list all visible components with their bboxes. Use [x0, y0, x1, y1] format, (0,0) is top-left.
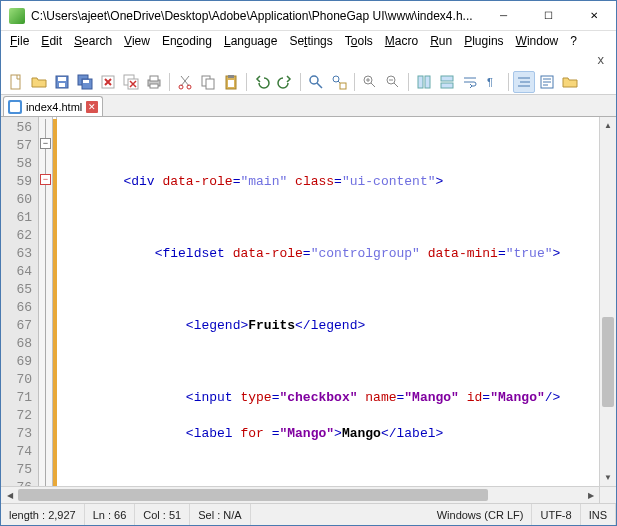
menu-macro[interactable]: Macro	[380, 32, 423, 50]
menu-settings[interactable]: Settings	[284, 32, 337, 50]
fold-gutter: − −	[39, 117, 53, 486]
copy-icon[interactable]	[197, 71, 219, 93]
close-all-icon[interactable]	[120, 71, 142, 93]
save-all-icon[interactable]	[74, 71, 96, 93]
indent-guide-icon[interactable]	[513, 71, 535, 93]
tab-close-icon[interactable]: ✕	[86, 101, 98, 113]
close-button[interactable]: ✕	[571, 1, 616, 30]
svg-rect-26	[425, 76, 430, 88]
code-viewport[interactable]: <div data-role="main" class="ui-content"…	[57, 117, 599, 486]
sync-v-icon[interactable]	[413, 71, 435, 93]
editor: 56575859 60616263 64656667 68697071 7273…	[1, 117, 616, 486]
zoom-out-icon[interactable]	[382, 71, 404, 93]
menu-search[interactable]: Search	[69, 32, 117, 50]
show-all-icon[interactable]: ¶	[482, 71, 504, 93]
menu-tools[interactable]: Tools	[340, 32, 378, 50]
svg-rect-6	[83, 80, 89, 83]
line-gutter: 56575859 60616263 64656667 68697071 7273…	[1, 117, 39, 486]
scroll-right-icon[interactable]: ▶	[582, 487, 599, 503]
svg-rect-18	[228, 75, 234, 78]
func-list-icon[interactable]	[536, 71, 558, 93]
scroll-up-icon[interactable]: ▲	[600, 117, 616, 134]
svg-rect-11	[150, 76, 158, 81]
close-file-icon[interactable]	[97, 71, 119, 93]
save-icon[interactable]	[51, 71, 73, 93]
tabbar: index4.html ✕	[1, 95, 616, 117]
open-file-icon[interactable]	[28, 71, 50, 93]
scroll-left-icon[interactable]: ◀	[1, 487, 18, 503]
menu-language[interactable]: Language	[219, 32, 282, 50]
cut-icon[interactable]	[174, 71, 196, 93]
vertical-scrollbar[interactable]: ▲ ▼	[599, 117, 616, 486]
menu-help[interactable]: ?	[565, 32, 582, 50]
window-controls: ─ ☐ ✕	[481, 1, 616, 30]
hscroll-thumb[interactable]	[18, 489, 488, 501]
fold-box-icon[interactable]: −	[40, 138, 51, 149]
menu-view[interactable]: View	[119, 32, 155, 50]
wrap-icon[interactable]	[459, 71, 481, 93]
menu-window[interactable]: Window	[511, 32, 564, 50]
minimize-button[interactable]: ─	[481, 1, 526, 30]
svg-rect-22	[340, 83, 346, 89]
svg-rect-19	[228, 80, 234, 87]
svg-rect-25	[418, 76, 423, 88]
print-icon[interactable]	[143, 71, 165, 93]
status-length: length : 2,927	[1, 504, 85, 525]
secondary-close-icon[interactable]: x	[598, 52, 605, 67]
menu-plugins[interactable]: Plugins	[459, 32, 508, 50]
menu-run[interactable]: Run	[425, 32, 457, 50]
status-col: Col : 51	[135, 504, 190, 525]
menu-edit[interactable]: Edit	[36, 32, 67, 50]
status-encoding: UTF-8	[532, 504, 580, 525]
status-eol: Windows (CR LF)	[429, 504, 533, 525]
svg-rect-12	[150, 84, 158, 88]
svg-rect-2	[58, 77, 66, 81]
scroll-down-icon[interactable]: ▼	[600, 469, 616, 486]
find-icon[interactable]	[305, 71, 327, 93]
svg-rect-27	[441, 76, 453, 81]
new-file-icon[interactable]	[5, 71, 27, 93]
svg-text:¶: ¶	[487, 76, 493, 88]
window-title: C:\Users\ajeet\OneDrive\Desktop\Adobe\Ap…	[31, 9, 481, 23]
redo-icon[interactable]	[274, 71, 296, 93]
svg-rect-16	[206, 79, 214, 89]
folder-icon[interactable]	[559, 71, 581, 93]
paste-icon[interactable]	[220, 71, 242, 93]
undo-icon[interactable]	[251, 71, 273, 93]
tab-index4[interactable]: index4.html ✕	[3, 96, 103, 116]
horizontal-scrollbar[interactable]: ◀ ▶	[1, 486, 616, 503]
file-icon	[8, 100, 22, 114]
app-icon	[9, 8, 25, 24]
menu-file[interactable]: File	[5, 32, 34, 50]
fold-box-icon[interactable]: −	[40, 174, 51, 185]
status-sel: Sel : N/A	[190, 504, 250, 525]
svg-rect-28	[441, 83, 453, 88]
status-ins: INS	[581, 504, 616, 525]
status-line: Ln : 66	[85, 504, 136, 525]
svg-rect-3	[59, 83, 65, 87]
replace-icon[interactable]	[328, 71, 350, 93]
titlebar: C:\Users\ajeet\OneDrive\Desktop\Adobe\Ap…	[1, 1, 616, 31]
menu-encoding[interactable]: Encoding	[157, 32, 217, 50]
toolbar: ¶	[1, 67, 616, 95]
sync-h-icon[interactable]	[436, 71, 458, 93]
statusbar: length : 2,927 Ln : 66 Col : 51 Sel : N/…	[1, 503, 616, 525]
zoom-in-icon[interactable]	[359, 71, 381, 93]
svg-rect-0	[11, 75, 20, 89]
svg-point-20	[310, 76, 318, 84]
tab-label: index4.html	[26, 101, 82, 113]
secondary-close-row: x	[1, 51, 616, 67]
vscroll-thumb[interactable]	[602, 317, 614, 407]
maximize-button[interactable]: ☐	[526, 1, 571, 30]
menubar: File Edit Search View Encoding Language …	[1, 31, 616, 51]
